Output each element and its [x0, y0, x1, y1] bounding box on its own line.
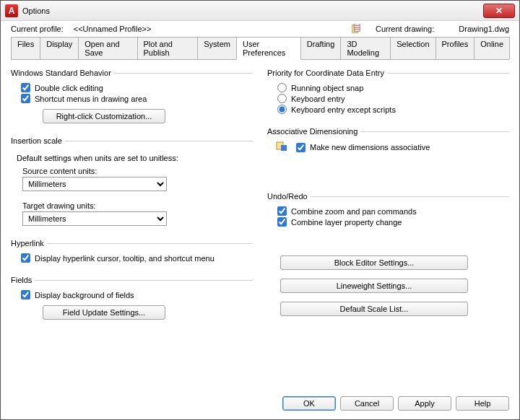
group-legend: Associative Dimensioning [267, 127, 360, 136]
close-button[interactable]: ✕ [483, 4, 515, 18]
current-drawing-label: Current drawing: [376, 25, 434, 33]
target-units-combo[interactable]: Millimeters [22, 211, 167, 226]
tab-files[interactable]: Files [11, 37, 40, 59]
priority-running-osnap-radio[interactable] [277, 83, 287, 92]
tab-3d-modeling[interactable]: 3D Modeling [340, 37, 391, 59]
group-legend: Windows Standard Behavior [11, 69, 114, 77]
tab-selection[interactable]: Selection [390, 37, 436, 59]
tab-strip: Files Display Open and Save Plot and Pub… [11, 37, 509, 60]
combine-layer-change-label: Combine layer property change [291, 218, 402, 227]
help-button[interactable]: Help [456, 396, 509, 411]
shortcut-menus-label: Shortcut menus in drawing area [35, 95, 147, 103]
hyperlink-label: Display hyperlink cursor, tooltip, and s… [35, 254, 214, 263]
group-undo-redo: Undo/Redo Combine zoom and pan commands … [267, 192, 509, 231]
dimension-icon [276, 141, 287, 153]
group-legend: Fields [11, 276, 35, 284]
priority-running-osnap-label: Running object snap [291, 84, 363, 92]
tab-plot-and-publish[interactable]: Plot and Publish [137, 37, 199, 59]
priority-keyboard-except-scripts-label: Keyboard entry except scripts [291, 105, 396, 114]
tab-display[interactable]: Display [40, 37, 79, 59]
close-icon: ✕ [495, 6, 503, 16]
priority-keyboard-row[interactable]: Keyboard entry [277, 94, 506, 103]
target-units-label: Target drawing units: [22, 201, 250, 210]
priority-keyboard-except-scripts-radio[interactable] [277, 105, 287, 114]
group-hyperlink: Hyperlink Display hyperlink cursor, tool… [11, 239, 253, 267]
options-dialog: A Options ✕ Current profile: <<Unnamed P… [0, 0, 520, 420]
group-fields: Fields Display background of fields Fiel… [11, 276, 253, 324]
double-click-editing-checkbox[interactable] [21, 83, 30, 92]
svg-marker-3 [281, 145, 287, 151]
tab-profiles[interactable]: Profiles [436, 37, 475, 59]
assoc-dim-checkbox[interactable] [296, 143, 306, 152]
assoc-dim-row[interactable]: Make new dimensions associative [276, 141, 506, 153]
ok-button[interactable]: OK [282, 396, 336, 411]
right-column: Priority for Coordinate Data Entry Runni… [267, 64, 509, 386]
tab-system[interactable]: System [197, 37, 237, 59]
window-title: Options [22, 6, 483, 15]
group-insertion-scale: Insertion scale Default settings when un… [11, 136, 253, 230]
tab-content: Windows Standard Behavior Double click e… [1, 60, 519, 390]
fields-bg-label: Display background of fields [35, 291, 134, 299]
lineweight-settings-button[interactable]: Lineweight Settings... [280, 279, 468, 293]
group-legend: Undo/Redo [267, 192, 311, 201]
assoc-dim-label: Make new dimensions associative [310, 143, 430, 152]
drawing-file-icon [351, 24, 361, 34]
shortcut-menus-checkbox[interactable] [21, 94, 30, 103]
source-units-combo[interactable]: Millimeters [22, 177, 167, 191]
group-legend: Priority for Coordinate Data Entry [267, 69, 387, 77]
priority-running-osnap-row[interactable]: Running object snap [277, 83, 506, 92]
source-units-label: Source content units: [22, 167, 250, 175]
combine-zoom-pan-checkbox[interactable] [277, 206, 287, 216]
current-profile-label: Current profile: [11, 25, 64, 33]
right-click-customization-button[interactable]: Right-click Customization... [43, 109, 165, 123]
tab-user-preferences[interactable]: User Preferences [236, 37, 301, 60]
hyperlink-checkbox[interactable] [21, 253, 30, 263]
tab-online[interactable]: Online [474, 37, 510, 59]
current-profile-value: <<Unnamed Profile>> [74, 25, 152, 33]
fields-bg-checkbox[interactable] [21, 290, 30, 299]
default-scale-list-button[interactable]: Default Scale List... [280, 302, 468, 316]
fields-bg-row[interactable]: Display background of fields [21, 290, 250, 299]
left-column: Windows Standard Behavior Double click e… [11, 64, 253, 386]
priority-keyboard-except-scripts-row[interactable]: Keyboard entry except scripts [277, 105, 506, 114]
block-editor-settings-button[interactable]: Block Editor Settings... [280, 255, 468, 270]
priority-keyboard-radio[interactable] [277, 94, 287, 103]
field-update-settings-button[interactable]: Field Update Settings... [43, 305, 165, 320]
group-associative-dim: Associative Dimensioning Make new dimens… [267, 127, 509, 157]
shortcut-menus-row[interactable]: Shortcut menus in drawing area [21, 94, 250, 103]
apply-button[interactable]: Apply [398, 396, 451, 411]
cancel-button[interactable]: Cancel [340, 396, 394, 411]
group-legend: Insertion scale [11, 136, 65, 145]
insertion-note: Default settings when units are set to u… [17, 154, 250, 162]
tab-drafting[interactable]: Drafting [300, 37, 342, 59]
combine-zoom-pan-row[interactable]: Combine zoom and pan commands [277, 206, 506, 216]
header-row: Current profile: <<Unnamed Profile>> Cur… [1, 21, 519, 35]
group-legend: Hyperlink [11, 239, 47, 248]
current-drawing-value: Drawing1.dwg [459, 25, 509, 33]
double-click-editing-row[interactable]: Double click editing [21, 83, 250, 92]
combine-zoom-pan-label: Combine zoom and pan commands [291, 207, 417, 216]
priority-keyboard-label: Keyboard entry [291, 95, 345, 103]
hyperlink-option-row[interactable]: Display hyperlink cursor, tooltip, and s… [21, 253, 250, 263]
titlebar: A Options ✕ [1, 1, 519, 21]
group-priority-coord: Priority for Coordinate Data Entry Runni… [267, 69, 509, 118]
combine-layer-change-checkbox[interactable] [277, 217, 287, 227]
double-click-editing-label: Double click editing [35, 84, 103, 92]
tab-open-and-save[interactable]: Open and Save [78, 37, 137, 59]
dialog-button-row: OK Cancel Apply Help [1, 390, 519, 419]
combine-layer-change-row[interactable]: Combine layer property change [277, 217, 506, 227]
app-icon: A [5, 4, 18, 17]
group-windows-standard-behavior: Windows Standard Behavior Double click e… [11, 69, 253, 128]
